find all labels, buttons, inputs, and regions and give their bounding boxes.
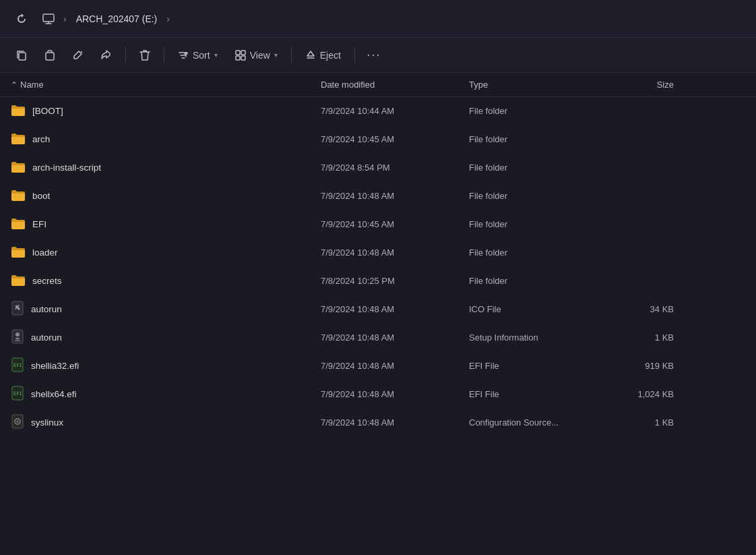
svg-text:EFI: EFI [13,391,22,397]
svg-rect-5 [236,56,240,60]
delete-button[interactable] [131,43,158,67]
table-row[interactable]: syslinux 7/9/2024 10:48 AM Configuration… [0,409,756,437]
file-icon [11,329,24,346]
breadcrumb: › ARCH_202407 (E:) › [38,8,171,30]
svg-rect-6 [241,56,245,60]
table-row[interactable]: autorun 7/9/2024 10:48 AM Setup Informat… [0,324,756,352]
file-icon [11,301,24,318]
file-date: 7/9/2024 10:48 AM [321,389,469,399]
file-name-cell: secrets [11,274,321,288]
file-icon [11,245,26,260]
table-row[interactable]: loader 7/9/2024 10:48 AM File folder [0,239,756,267]
nav-bar: › ARCH_202407 (E:) › [0,0,756,38]
file-date: 7/9/2024 10:48 AM [321,332,469,343]
file-name: arch-install-script [32,163,101,173]
eject-label: Eject [320,50,341,61]
col-name[interactable]: ⌃ Name [11,80,321,90]
svg-point-18 [17,421,19,423]
rename-button[interactable] [65,43,92,67]
file-name: autorun [31,304,62,314]
file-icon [11,414,24,431]
file-name-cell: EFI shellx64.efi [11,386,321,403]
file-name-cell: EFI shellia32.efi [11,357,321,374]
file-size: 1 KB [604,332,685,343]
file-date: 7/9/2024 10:45 AM [321,219,469,229]
table-row[interactable]: [BOOT] 7/9/2024 10:44 AM File folder [0,97,756,125]
file-type: ICO File [469,304,604,314]
file-name: autorun [31,332,62,343]
toolbar-sep-2 [164,47,164,63]
file-icon: EFI [11,386,24,403]
col-size[interactable]: Size [604,80,685,90]
file-name: boot [32,191,50,201]
copy-button[interactable] [8,43,35,67]
share-button[interactable] [93,43,120,67]
table-row[interactable]: secrets 7/8/2024 10:25 PM File folder [0,267,756,295]
svg-rect-2 [46,53,54,60]
sort-label: Sort [193,50,210,61]
view-button[interactable]: View ▾ [227,43,286,67]
computer-icon[interactable] [38,8,59,30]
svg-point-9 [15,332,20,337]
file-type: Configuration Source... [469,417,604,428]
more-icon: ··· [367,48,381,62]
col-name-sort-icon: ⌃ [11,80,18,90]
refresh-button[interactable] [11,8,32,30]
file-size: 1 KB [604,417,685,428]
file-icon [11,189,26,203]
file-name-cell: loader [11,245,321,260]
file-size: 919 KB [604,361,685,371]
file-name: shellia32.efi [31,361,79,371]
file-size: 34 KB [604,304,685,314]
file-type: File folder [469,219,604,229]
table-row[interactable]: boot 7/9/2024 10:48 AM File folder [0,182,756,210]
file-date: 7/8/2024 10:25 PM [321,276,469,286]
view-label: View [250,50,270,61]
table-row[interactable]: arch-install-script 7/9/2024 8:54 PM Fil… [0,154,756,182]
file-type: File folder [469,191,604,201]
toolbar-sep-4 [354,47,355,63]
file-name-cell: arch-install-script [11,160,321,175]
file-icon [11,274,26,288]
svg-rect-4 [241,51,245,55]
file-name-cell: syslinux [11,414,321,431]
svg-rect-3 [236,51,240,55]
eject-button[interactable]: Eject [297,43,349,67]
column-header: ⌃ Name Date modified Type Size [0,73,756,97]
file-date: 7/9/2024 10:48 AM [321,191,469,201]
file-icon [11,160,26,175]
file-name-cell: boot [11,189,321,203]
view-chevron-icon: ▾ [274,51,278,59]
table-row[interactable]: EFI shellx64.efi 7/9/2024 10:48 AM EFI F… [0,380,756,409]
file-type: File folder [469,163,604,173]
file-name: shellx64.efi [31,389,77,399]
file-type: File folder [469,106,604,116]
col-type[interactable]: Type [469,80,604,90]
file-type: EFI File [469,389,604,399]
table-row[interactable]: arch 7/9/2024 10:45 AM File folder [0,125,756,154]
col-date[interactable]: Date modified [321,80,469,90]
nav-chevron-1: › [63,13,67,24]
table-row[interactable]: EFI shellia32.efi 7/9/2024 10:48 AM EFI … [0,352,756,380]
file-name: syslinux [31,417,63,428]
file-name: EFI [32,219,46,229]
col-type-label: Type [469,80,488,90]
toolbar-sep-3 [291,47,292,63]
file-date: 7/9/2024 10:48 AM [321,417,469,428]
svg-rect-11 [15,340,20,341]
svg-rect-1 [19,53,26,60]
breadcrumb-drive[interactable]: ARCH_202407 (E:) [71,11,163,27]
file-type: Setup Information [469,332,604,343]
nav-chevron-2: › [166,13,170,24]
col-date-label: Date modified [321,80,375,90]
table-row[interactable]: autorun 7/9/2024 10:48 AM ICO File 34 KB [0,295,756,324]
svg-rect-10 [15,338,20,339]
sort-button[interactable]: Sort ▾ [170,43,226,67]
sort-chevron-icon: ▾ [214,51,218,59]
file-name: arch [32,134,50,144]
file-date: 7/9/2024 10:44 AM [321,106,469,116]
file-icon [11,104,26,118]
table-row[interactable]: EFI 7/9/2024 10:45 AM File folder [0,210,756,239]
more-button[interactable]: ··· [360,43,387,67]
paste-button[interactable] [36,43,63,67]
